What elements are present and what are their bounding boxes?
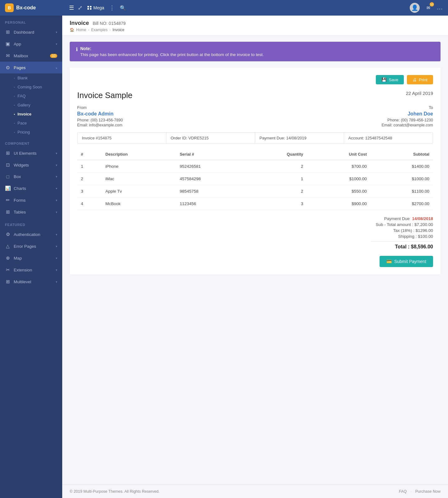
cell-subtotal: $1100.00 [371,185,433,198]
avatar[interactable]: 👤 [410,3,420,13]
footer-copyright: © 2019 Multi-Purpose Themes. All Rights … [70,489,160,494]
cell-desc: McBook [102,198,176,210]
sidebar-item-forms[interactable]: ✏ Forms ▾ [0,194,62,206]
mail-button[interactable]: ✉ 10 [423,3,433,13]
sidebar-item-tables[interactable]: ⊞ Tables ▾ [0,206,62,218]
error-icon: △ [5,243,11,249]
mega-label: Mega [93,5,104,10]
header-nav: ⤢ Mega ⋮ 🔍 [78,4,406,11]
cell-unit-cost: $900.00 [307,198,371,210]
col-serial: Serial # [176,149,247,160]
arrow-icon: ▾ [56,256,57,260]
print-icon: 🖨 [413,78,417,82]
sidebar-item-mailbox[interactable]: ✉ Mailbox 10 [0,50,62,62]
meta-account: Account: 125487542548 [344,133,433,143]
sidebar-item-error-pages[interactable]: △ Error Pages ▾ [0,240,62,252]
save-button[interactable]: 💾 Save [376,75,404,84]
arrow-icon: ▾ [56,210,57,214]
sidebar-item-box[interactable]: □ Box ▾ [0,171,62,182]
cell-subtotal: $1400.00 [371,160,433,173]
shipping-label: Shipping : [398,234,417,239]
hamburger-icon[interactable]: ☰ [69,4,74,11]
sidebar-label-authentication: Authentication [14,232,53,237]
sidebar-subitem-invoice[interactable]: Invoice [0,110,62,119]
cell-desc: iPhone [102,160,176,173]
subitem-label: Gallery [17,103,30,107]
breadcrumb-sep1: › [88,28,89,32]
sidebar-item-widgets[interactable]: ⊡ Widgets ▾ [0,159,62,171]
receiver-phone: Phone: (00) 789-456-1230 [381,118,433,122]
layout: PERSONAL ⊞ Dashboard ▾ ▣ App ▾ ✉ Mailbox… [0,16,448,498]
map-icon: ⊕ [5,255,11,261]
sidebar-item-ui-elements[interactable]: ⊞ UI Elements ▾ [0,147,62,159]
header-dots[interactable]: ... [437,5,443,11]
cell-num: 3 [77,185,102,198]
cell-num: 1 [77,160,102,173]
sidebar-item-map[interactable]: ⊕ Map ▾ [0,252,62,264]
arrow-icon: ▾ [56,233,57,236]
subitem-label: Pace [17,121,27,125]
header-more-icon[interactable]: ⋮ [109,4,115,11]
breadcrumb-home[interactable]: Home [76,28,86,32]
submit-payment-button[interactable]: 💳 Submit Payment [380,256,433,267]
mega-menu-button[interactable]: Mega [87,5,104,10]
sidebar-subitem-blank[interactable]: Blank [0,73,62,82]
breadcrumb-sep2: › [110,28,111,32]
top-header: B Bx-code ☰ ⤢ Mega ⋮ 🔍 👤 ✉ 10 ... [0,0,448,16]
cell-serial: 457584298 [176,173,247,185]
search-icon[interactable]: 🔍 [120,5,126,11]
meta-order-id: Order ID: VDRE5215 [166,133,255,143]
meta-invoice-no: Invoice #154875 [77,133,166,143]
sidebar-item-dashboard[interactable]: ⊞ Dashboard ▾ [0,26,62,38]
sidebar-label-app: App [14,42,53,46]
submit-label: Submit Payment [394,259,426,264]
cell-desc: iMac [102,173,176,185]
submit-icon: 💳 [386,259,392,264]
sidebar-subitem-pace[interactable]: Pace [0,119,62,128]
sidebar-subitem-faq[interactable]: FAQ [0,92,62,101]
cell-qty: 3 [247,198,307,210]
arrow-icon: ▾ [56,42,57,46]
page-header: Invoice Bill NO: 0154879 🏠 Home › Exampl… [62,16,448,35]
arrow-icon: ▾ [56,175,57,178]
footer-faq-link[interactable]: FAQ [399,489,407,494]
header-right: 👤 ✉ 10 ... [410,3,443,13]
col-unit-cost: Unit Cost [307,149,371,160]
receiver-name: Johen Doe [381,111,433,117]
sender-name: Bx-code Admin [77,111,123,117]
arrow-icon: ▾ [56,163,57,167]
sidebar-label-multilevel: Multilevel [14,280,53,284]
subtotal-label: Sub - Total amount : [376,222,413,227]
table-row: 2 iMac 457584298 1 $1000.00 $1000.00 [77,173,433,185]
sidebar-item-extension[interactable]: ✂ Extension ▾ [0,264,62,276]
payment-due-label: Payment Due [384,216,410,221]
invoice-date: 22 April 2019 [406,91,433,96]
footer-links: FAQ · Purchase Now [399,489,441,494]
cell-serial: 952426581 [176,160,247,173]
sidebar-item-app[interactable]: ▣ App ▾ [0,38,62,50]
sidebar-label-ui-elements: UI Elements [14,151,53,156]
subtotal-value: $7,200.00 [414,222,433,227]
sidebar-item-authentication[interactable]: ⚙ Authentication ▾ [0,228,62,240]
cell-num: 4 [77,198,102,210]
sidebar-item-pages[interactable]: ⊙ Pages ▴ [0,62,62,73]
cell-subtotal: $2700.00 [371,198,433,210]
arrow-icon: ▾ [56,31,57,34]
sidebar-label-box: Box [14,174,53,179]
expand-icon[interactable]: ⤢ [78,4,82,11]
pages-icon: ⊙ [5,65,11,70]
mail-count-badge: 10 [50,54,57,58]
sidebar-subitem-coming-soon[interactable]: Coming Soon [0,82,62,92]
arrow-icon: ▾ [56,268,57,272]
sidebar-subitem-gallery[interactable]: Gallery [0,101,62,110]
sidebar-item-multilevel[interactable]: ⊞ Multilevel ▾ [0,276,62,288]
print-button[interactable]: 🖨 Print [407,75,433,84]
footer-purchase-link[interactable]: Purchase Now [415,489,441,494]
brand-icon: B [5,3,14,12]
total-label: Total : [395,244,410,249]
sidebar-item-charts[interactable]: 📊 Charts ▾ [0,182,62,194]
sidebar-subitem-pricing[interactable]: Pricing [0,128,62,137]
breadcrumb-examples[interactable]: Examples [91,28,108,32]
cell-qty: 2 [247,160,307,173]
arrow-icon: ▾ [56,187,57,190]
